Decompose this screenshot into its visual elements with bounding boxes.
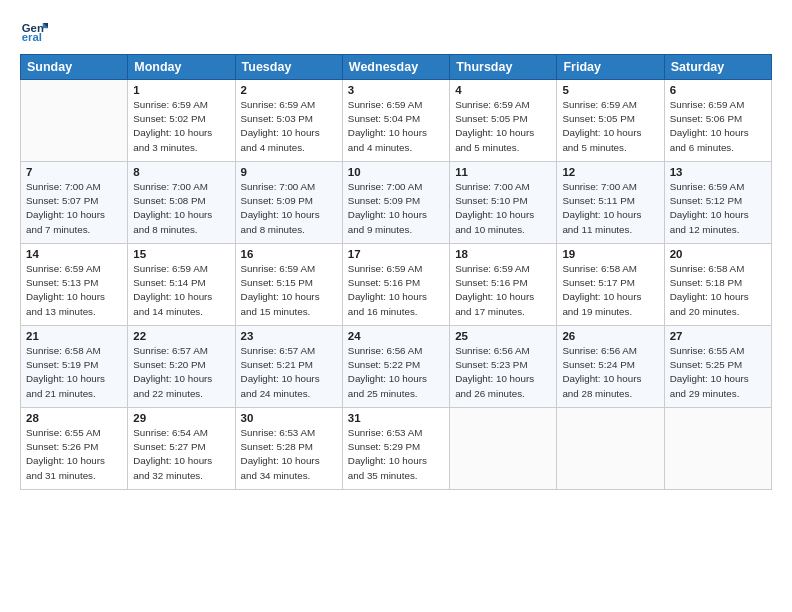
day-number: 5 — [562, 84, 658, 96]
calendar-cell: 20Sunrise: 6:58 AM Sunset: 5:18 PM Dayli… — [664, 244, 771, 326]
day-detail: Sunrise: 6:59 AM Sunset: 5:12 PM Dayligh… — [670, 180, 766, 237]
logo: Gen eral — [20, 16, 52, 44]
day-number: 16 — [241, 248, 337, 260]
day-number: 23 — [241, 330, 337, 342]
weekday-header: Saturday — [664, 55, 771, 80]
day-number: 30 — [241, 412, 337, 424]
calendar-table: SundayMondayTuesdayWednesdayThursdayFrid… — [20, 54, 772, 490]
calendar-week-row: 7Sunrise: 7:00 AM Sunset: 5:07 PM Daylig… — [21, 162, 772, 244]
day-detail: Sunrise: 6:53 AM Sunset: 5:29 PM Dayligh… — [348, 426, 444, 483]
day-detail: Sunrise: 6:58 AM Sunset: 5:18 PM Dayligh… — [670, 262, 766, 319]
header: Gen eral — [20, 16, 772, 44]
calendar-cell: 15Sunrise: 6:59 AM Sunset: 5:14 PM Dayli… — [128, 244, 235, 326]
calendar-cell: 6Sunrise: 6:59 AM Sunset: 5:06 PM Daylig… — [664, 80, 771, 162]
day-detail: Sunrise: 6:59 AM Sunset: 5:15 PM Dayligh… — [241, 262, 337, 319]
day-number: 15 — [133, 248, 229, 260]
weekday-header: Sunday — [21, 55, 128, 80]
calendar-cell: 29Sunrise: 6:54 AM Sunset: 5:27 PM Dayli… — [128, 408, 235, 490]
calendar-cell: 28Sunrise: 6:55 AM Sunset: 5:26 PM Dayli… — [21, 408, 128, 490]
day-number: 7 — [26, 166, 122, 178]
calendar-week-row: 1Sunrise: 6:59 AM Sunset: 5:02 PM Daylig… — [21, 80, 772, 162]
calendar-week-row: 28Sunrise: 6:55 AM Sunset: 5:26 PM Dayli… — [21, 408, 772, 490]
calendar-cell: 17Sunrise: 6:59 AM Sunset: 5:16 PM Dayli… — [342, 244, 449, 326]
calendar-cell: 3Sunrise: 6:59 AM Sunset: 5:04 PM Daylig… — [342, 80, 449, 162]
day-number: 11 — [455, 166, 551, 178]
day-number: 10 — [348, 166, 444, 178]
day-detail: Sunrise: 6:56 AM Sunset: 5:22 PM Dayligh… — [348, 344, 444, 401]
day-detail: Sunrise: 6:55 AM Sunset: 5:26 PM Dayligh… — [26, 426, 122, 483]
day-detail: Sunrise: 6:56 AM Sunset: 5:24 PM Dayligh… — [562, 344, 658, 401]
day-number: 31 — [348, 412, 444, 424]
day-number: 28 — [26, 412, 122, 424]
day-number: 17 — [348, 248, 444, 260]
weekday-header: Monday — [128, 55, 235, 80]
calendar-cell: 21Sunrise: 6:58 AM Sunset: 5:19 PM Dayli… — [21, 326, 128, 408]
day-number: 2 — [241, 84, 337, 96]
calendar-cell — [21, 80, 128, 162]
day-detail: Sunrise: 6:58 AM Sunset: 5:19 PM Dayligh… — [26, 344, 122, 401]
day-number: 8 — [133, 166, 229, 178]
day-detail: Sunrise: 6:59 AM Sunset: 5:06 PM Dayligh… — [670, 98, 766, 155]
day-number: 4 — [455, 84, 551, 96]
day-detail: Sunrise: 7:00 AM Sunset: 5:10 PM Dayligh… — [455, 180, 551, 237]
calendar-cell: 30Sunrise: 6:53 AM Sunset: 5:28 PM Dayli… — [235, 408, 342, 490]
calendar-cell: 14Sunrise: 6:59 AM Sunset: 5:13 PM Dayli… — [21, 244, 128, 326]
day-number: 20 — [670, 248, 766, 260]
calendar-cell: 27Sunrise: 6:55 AM Sunset: 5:25 PM Dayli… — [664, 326, 771, 408]
svg-text:eral: eral — [22, 31, 42, 43]
weekday-header: Thursday — [450, 55, 557, 80]
day-number: 24 — [348, 330, 444, 342]
calendar-cell: 16Sunrise: 6:59 AM Sunset: 5:15 PM Dayli… — [235, 244, 342, 326]
calendar-cell: 8Sunrise: 7:00 AM Sunset: 5:08 PM Daylig… — [128, 162, 235, 244]
day-detail: Sunrise: 6:59 AM Sunset: 5:03 PM Dayligh… — [241, 98, 337, 155]
day-number: 9 — [241, 166, 337, 178]
calendar-cell: 18Sunrise: 6:59 AM Sunset: 5:16 PM Dayli… — [450, 244, 557, 326]
day-detail: Sunrise: 6:55 AM Sunset: 5:25 PM Dayligh… — [670, 344, 766, 401]
calendar-cell: 31Sunrise: 6:53 AM Sunset: 5:29 PM Dayli… — [342, 408, 449, 490]
weekday-header: Wednesday — [342, 55, 449, 80]
day-detail: Sunrise: 6:57 AM Sunset: 5:21 PM Dayligh… — [241, 344, 337, 401]
calendar-cell: 13Sunrise: 6:59 AM Sunset: 5:12 PM Dayli… — [664, 162, 771, 244]
day-number: 27 — [670, 330, 766, 342]
calendar-cell: 11Sunrise: 7:00 AM Sunset: 5:10 PM Dayli… — [450, 162, 557, 244]
calendar-cell: 24Sunrise: 6:56 AM Sunset: 5:22 PM Dayli… — [342, 326, 449, 408]
day-number: 26 — [562, 330, 658, 342]
calendar-week-row: 21Sunrise: 6:58 AM Sunset: 5:19 PM Dayli… — [21, 326, 772, 408]
logo-icon: Gen eral — [20, 16, 48, 44]
day-number: 25 — [455, 330, 551, 342]
calendar-cell: 10Sunrise: 7:00 AM Sunset: 5:09 PM Dayli… — [342, 162, 449, 244]
day-detail: Sunrise: 6:58 AM Sunset: 5:17 PM Dayligh… — [562, 262, 658, 319]
day-detail: Sunrise: 7:00 AM Sunset: 5:09 PM Dayligh… — [348, 180, 444, 237]
day-detail: Sunrise: 6:59 AM Sunset: 5:05 PM Dayligh… — [562, 98, 658, 155]
day-number: 12 — [562, 166, 658, 178]
day-number: 14 — [26, 248, 122, 260]
calendar-cell — [557, 408, 664, 490]
day-number: 18 — [455, 248, 551, 260]
day-detail: Sunrise: 6:59 AM Sunset: 5:16 PM Dayligh… — [348, 262, 444, 319]
weekday-header: Friday — [557, 55, 664, 80]
day-detail: Sunrise: 6:56 AM Sunset: 5:23 PM Dayligh… — [455, 344, 551, 401]
calendar-cell: 25Sunrise: 6:56 AM Sunset: 5:23 PM Dayli… — [450, 326, 557, 408]
calendar-cell — [664, 408, 771, 490]
calendar-week-row: 14Sunrise: 6:59 AM Sunset: 5:13 PM Dayli… — [21, 244, 772, 326]
calendar-cell: 5Sunrise: 6:59 AM Sunset: 5:05 PM Daylig… — [557, 80, 664, 162]
weekday-header: Tuesday — [235, 55, 342, 80]
day-number: 21 — [26, 330, 122, 342]
calendar-page: Gen eral SundayMondayTuesdayWednesdayThu… — [0, 0, 792, 612]
weekday-header-row: SundayMondayTuesdayWednesdayThursdayFrid… — [21, 55, 772, 80]
day-detail: Sunrise: 7:00 AM Sunset: 5:08 PM Dayligh… — [133, 180, 229, 237]
day-detail: Sunrise: 6:59 AM Sunset: 5:16 PM Dayligh… — [455, 262, 551, 319]
day-number: 3 — [348, 84, 444, 96]
day-detail: Sunrise: 6:59 AM Sunset: 5:04 PM Dayligh… — [348, 98, 444, 155]
calendar-cell: 1Sunrise: 6:59 AM Sunset: 5:02 PM Daylig… — [128, 80, 235, 162]
day-detail: Sunrise: 6:59 AM Sunset: 5:02 PM Dayligh… — [133, 98, 229, 155]
calendar-cell: 12Sunrise: 7:00 AM Sunset: 5:11 PM Dayli… — [557, 162, 664, 244]
day-number: 6 — [670, 84, 766, 96]
day-detail: Sunrise: 7:00 AM Sunset: 5:11 PM Dayligh… — [562, 180, 658, 237]
day-number: 22 — [133, 330, 229, 342]
calendar-cell: 9Sunrise: 7:00 AM Sunset: 5:09 PM Daylig… — [235, 162, 342, 244]
day-number: 13 — [670, 166, 766, 178]
calendar-cell: 19Sunrise: 6:58 AM Sunset: 5:17 PM Dayli… — [557, 244, 664, 326]
day-detail: Sunrise: 7:00 AM Sunset: 5:09 PM Dayligh… — [241, 180, 337, 237]
day-detail: Sunrise: 6:59 AM Sunset: 5:13 PM Dayligh… — [26, 262, 122, 319]
